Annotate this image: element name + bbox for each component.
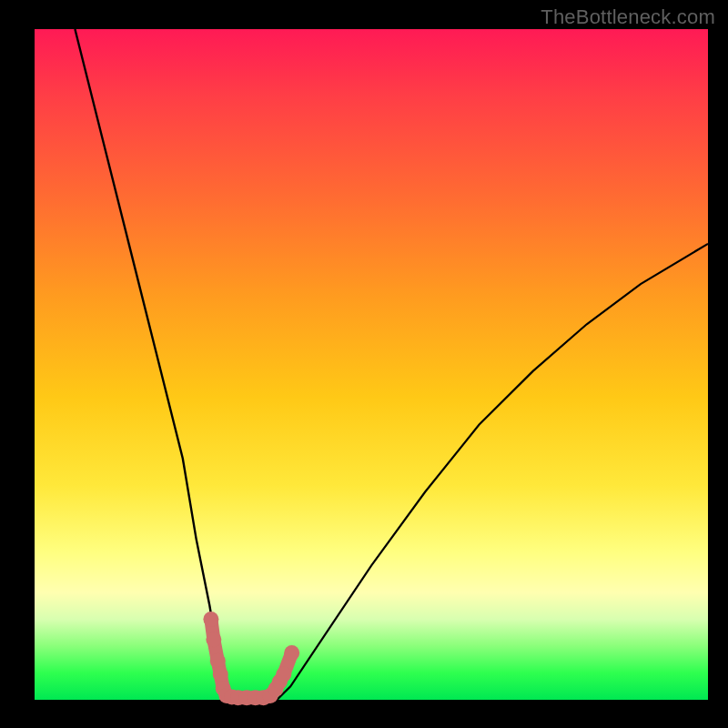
marker-dot [276,666,291,682]
marker-dot [203,612,218,627]
left-curve [75,29,237,700]
right-curve [277,244,708,700]
marker-dot [213,666,228,682]
marker-dot [284,645,299,661]
plot-area [35,29,708,700]
chart-frame: TheBottleneck.com [0,0,728,728]
curve-layer [35,29,708,700]
watermark-text: TheBottleneck.com [541,5,715,29]
marker-dot [206,632,221,647]
marker-dot [210,653,226,669]
